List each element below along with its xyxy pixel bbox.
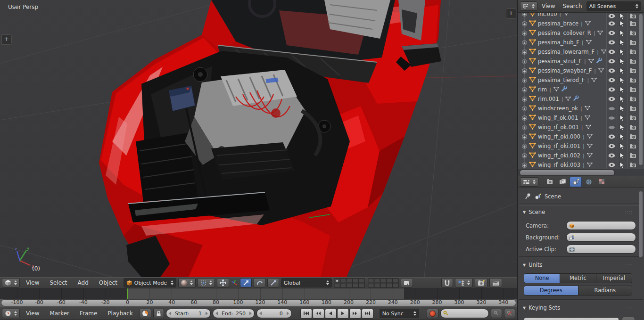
jump-to-end-button[interactable] [362, 309, 373, 319]
renderability-toggle[interactable] [627, 123, 638, 132]
outliner-item-pessima_swaybar_F[interactable]: +pessima_swaybar_F| [518, 66, 644, 75]
tab-world[interactable] [583, 177, 594, 187]
outliner-item-pessima_strut_F[interactable]: +pessima_strut_F| [518, 57, 644, 66]
menu-marker[interactable]: Marker [45, 308, 73, 319]
object-name[interactable]: pessima_tierod_F [538, 77, 585, 83]
panel-grip[interactable]: :::: [625, 210, 633, 214]
tab-render[interactable] [544, 177, 555, 187]
unit-system-none[interactable]: None [524, 274, 560, 283]
layers-widget[interactable] [334, 278, 399, 288]
play-button[interactable] [337, 309, 349, 319]
orientation-dropdown[interactable]: Global [281, 278, 332, 287]
outliner-item-pessima_coilover_R[interactable]: +pessima_coilover_R| [518, 28, 644, 38]
object-name[interactable]: pessima_swaybar_F [538, 67, 592, 74]
layer-toggle-14[interactable] [393, 279, 398, 283]
unit-system-imperial[interactable]: Imperial [596, 274, 632, 283]
object-name[interactable]: int.010 [538, 13, 557, 17]
properties-shelf-expand-button[interactable]: + [506, 8, 516, 19]
selectability-toggle[interactable] [617, 19, 627, 28]
visibility-toggle[interactable] [606, 28, 617, 38]
visibility-toggle[interactable] [606, 141, 617, 151]
play-reverse-button[interactable] [325, 309, 337, 319]
manipulator-rotate-button[interactable] [254, 278, 265, 287]
renderability-toggle[interactable] [627, 38, 638, 47]
outliner-item-rim.001[interactable]: +rim.001| [518, 94, 644, 104]
expand-icon[interactable]: + [522, 87, 527, 92]
outliner-item-wing_rf_oki.002[interactable]: +wing_rf_oki.002| [518, 151, 644, 160]
frame-start-field[interactable]: Start: 1 [166, 309, 211, 318]
visibility-toggle[interactable] [606, 123, 617, 132]
outliner-item-wing_rf_oki.000[interactable]: +wing_rf_oki.000| [518, 132, 644, 141]
toolshelf-expand-button[interactable]: + [1, 34, 12, 45]
layer-toggle-5[interactable] [334, 283, 340, 287]
renderability-toggle[interactable] [627, 75, 638, 85]
layer-toggle-17[interactable] [380, 283, 386, 287]
prev-keyframe-button[interactable] [313, 309, 324, 319]
expand-icon[interactable]: + [522, 134, 527, 139]
layer-toggle-1[interactable] [340, 279, 346, 283]
next-keyframe-button[interactable] [349, 309, 361, 319]
current-frame-field[interactable]: 0 [256, 309, 292, 318]
object-name[interactable]: pessima_brace [538, 20, 578, 27]
sync-dropdown[interactable]: No Sync [380, 309, 419, 318]
selectability-toggle[interactable] [617, 94, 627, 104]
timeline-scrubber[interactable]: -100-80-60-40-20020406080100120140160180… [0, 299, 517, 307]
background-field[interactable] [566, 233, 636, 242]
outliner-item-rim[interactable]: +rim| [518, 85, 644, 94]
selectability-toggle[interactable] [617, 113, 627, 123]
expand-icon[interactable]: + [522, 40, 527, 45]
scene-filter-dropdown[interactable]: All Scenes [586, 1, 641, 11]
layer-toggle-12[interactable] [380, 279, 386, 283]
unit-rotation-degrees[interactable]: Degrees [524, 286, 578, 295]
renderability-toggle[interactable] [627, 104, 638, 113]
renderability-toggle[interactable] [627, 47, 638, 57]
snap-toggle-button[interactable] [441, 278, 453, 287]
insert-keyframe-button[interactable] [491, 309, 502, 318]
selectability-toggle[interactable] [617, 104, 627, 113]
menu-add[interactable]: Add [74, 278, 93, 288]
delete-keyframe-button[interactable] [504, 309, 515, 318]
visibility-toggle[interactable] [606, 113, 617, 123]
object-name[interactable]: rim [538, 86, 547, 93]
object-name[interactable]: pessima_hub_F [538, 39, 579, 46]
editor-type-button[interactable] [2, 278, 20, 287]
selectability-toggle[interactable] [617, 160, 627, 169]
visibility-toggle[interactable] [606, 38, 617, 47]
selectability-toggle[interactable] [617, 85, 627, 94]
camera-field[interactable] [566, 221, 636, 230]
layer-toggle-4[interactable] [359, 279, 364, 283]
menu-object[interactable]: Object [95, 278, 122, 288]
renderability-toggle[interactable] [627, 141, 638, 151]
panel-grip[interactable]: :::: [625, 305, 633, 310]
outliner-horizontal-scrollbar[interactable] [518, 169, 644, 176]
panel-grip[interactable]: :::: [625, 263, 633, 267]
object-name[interactable]: wing_rf_ok.001 [538, 124, 579, 131]
layer-toggle-15[interactable] [368, 283, 374, 287]
object-name[interactable]: pessima_strut_F [538, 58, 582, 65]
object-name[interactable]: pessima_coilover_R [538, 30, 591, 36]
menu-tl-view[interactable]: View [22, 308, 43, 319]
layer-toggle-3[interactable] [353, 279, 358, 283]
visibility-toggle[interactable] [606, 19, 617, 28]
object-name[interactable]: wing_rf_oki.003 [538, 162, 580, 168]
renderability-toggle[interactable] [627, 94, 638, 104]
object-name[interactable]: pessima_lowerarm_F [538, 49, 594, 55]
outliner-item-pessima_hub_F[interactable]: +pessima_hub_F| [518, 38, 644, 47]
layer-toggle-18[interactable] [387, 283, 392, 287]
menu-select[interactable]: Select [45, 278, 71, 288]
tab-render-layers[interactable] [557, 177, 568, 187]
menu-frame[interactable]: Frame [75, 308, 101, 319]
expand-icon[interactable]: + [522, 49, 527, 55]
outliner-item-wing_rf_oki.001[interactable]: +wing_rf_oki.001| [518, 141, 644, 151]
outliner-item-wing_lf_ok.001[interactable]: +wing_lf_ok.001| [518, 113, 644, 123]
units-panel-header[interactable]: ▼ Units :::: [518, 258, 644, 271]
selectability-toggle[interactable] [617, 13, 627, 19]
snap-element-dropdown[interactable] [455, 278, 473, 287]
expand-icon[interactable]: + [522, 68, 527, 74]
visibility-toggle[interactable] [606, 47, 617, 57]
menu-playback[interactable]: Playback [103, 308, 137, 319]
shading-dropdown[interactable] [178, 278, 196, 287]
auto-keyframe-button[interactable] [427, 309, 438, 318]
renderability-toggle[interactable] [627, 132, 638, 141]
lock-to-scene-button[interactable] [401, 278, 413, 287]
